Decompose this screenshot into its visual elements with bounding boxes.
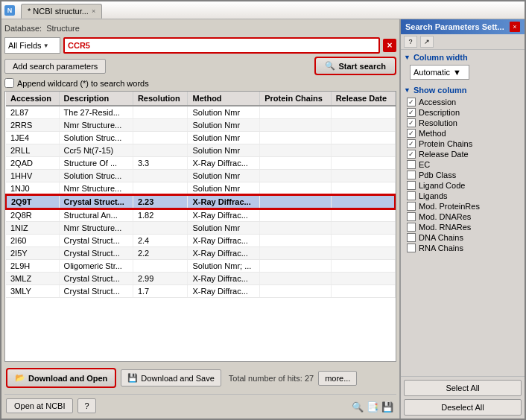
table-cell bbox=[260, 247, 331, 260]
help-btn[interactable]: ? bbox=[77, 398, 95, 413]
show-column-item[interactable]: Mod. ProteinRes bbox=[407, 202, 522, 211]
right-title-text: Search Parameters Sett... bbox=[405, 22, 504, 31]
column-width-select[interactable]: Automatic ▼ bbox=[410, 65, 469, 80]
table-row[interactable]: 1NIZNmr Structure...Solution Nmr bbox=[6, 222, 395, 235]
more-btn[interactable]: more... bbox=[318, 371, 357, 386]
column-checkbox[interactable] bbox=[407, 212, 416, 221]
table-row[interactable]: 1JE4Solution Struc...Solution Nmr bbox=[6, 132, 395, 144]
download-save-btn[interactable]: 💾 Download and Save bbox=[121, 369, 221, 386]
footer-icons: 🔍 📑 💾 bbox=[350, 399, 395, 414]
show-column-item[interactable]: ✓Release Date bbox=[407, 150, 522, 159]
results-table-container[interactable]: Accession Description Resolution Method … bbox=[4, 91, 396, 362]
show-column-section-header[interactable]: ▼ Show column bbox=[404, 86, 522, 95]
column-checkbox[interactable]: ✓ bbox=[407, 98, 416, 106]
column-checkbox[interactable]: ✓ bbox=[407, 118, 416, 127]
table-cell: 2RRS bbox=[6, 119, 59, 132]
table-cell bbox=[331, 170, 395, 182]
show-column-item[interactable]: ✓Accession bbox=[407, 98, 522, 106]
start-search-btn[interactable]: 🔍 Start search bbox=[314, 57, 396, 75]
column-width-section-header[interactable]: ▼ Column width bbox=[404, 53, 522, 62]
table-row[interactable]: 2I5YCrystal Struct...2.2X-Ray Diffrac... bbox=[6, 247, 395, 260]
start-search-icon: 🔍 bbox=[325, 61, 335, 71]
table-row[interactable]: 2RLLCcr5 Nt(7-15)Solution Nmr bbox=[6, 144, 395, 157]
column-label: Ligands bbox=[419, 191, 448, 200]
table-cell: 3MLY bbox=[6, 285, 59, 298]
show-column-item[interactable]: Ligand Code bbox=[407, 181, 522, 190]
show-column-item[interactable]: RNA Chains bbox=[407, 244, 522, 252]
table-cell bbox=[331, 132, 395, 144]
search-footer-icon[interactable]: 🔍 bbox=[352, 401, 364, 413]
column-checkbox[interactable] bbox=[407, 223, 416, 232]
table-cell bbox=[260, 182, 331, 196]
table-cell: 1JE4 bbox=[6, 132, 59, 144]
show-column-item[interactable]: ✓Description bbox=[407, 108, 522, 117]
show-column-item[interactable]: Ligands bbox=[407, 191, 522, 200]
tab-bar: * NCBI structur... × bbox=[21, 1, 522, 19]
right-close-btn[interactable]: × bbox=[510, 22, 520, 32]
table-cell bbox=[260, 195, 331, 209]
show-column-item[interactable]: EC bbox=[407, 160, 522, 169]
column-checkbox[interactable] bbox=[407, 171, 416, 179]
download-save-icon: 💾 bbox=[127, 373, 138, 383]
wildcard-label: Append wildcard (*) to search words bbox=[17, 79, 149, 88]
table-row[interactable]: 3MLYCrystal Struct...1.7X-Ray Diffrac... bbox=[6, 285, 395, 298]
open-ncbi-btn[interactable]: Open at NCBI bbox=[6, 398, 73, 413]
column-label: Release Date bbox=[419, 150, 469, 159]
column-checkbox[interactable] bbox=[407, 202, 416, 211]
table-row[interactable]: 2Q9TCrystal Struct...2.23X-Ray Diffrac..… bbox=[6, 195, 395, 209]
right-pin-btn[interactable]: ↗ bbox=[420, 36, 434, 48]
wildcard-checkbox[interactable] bbox=[4, 78, 14, 88]
table-cell bbox=[260, 235, 331, 247]
column-checkbox[interactable] bbox=[407, 181, 416, 190]
select-all-btn[interactable]: Select All bbox=[404, 380, 522, 396]
column-checkbox[interactable]: ✓ bbox=[407, 129, 416, 138]
table-row[interactable]: 2L9HOligomeric Str...Solution Nmr; ... bbox=[6, 260, 395, 273]
table-cell bbox=[331, 195, 395, 209]
save-footer-icon[interactable]: 💾 bbox=[381, 401, 393, 413]
show-column-item[interactable]: Mod. DNARes bbox=[407, 212, 522, 221]
download-open-btn[interactable]: 📂 Download and Open bbox=[6, 368, 116, 388]
search-input[interactable] bbox=[63, 37, 380, 54]
column-checkbox[interactable] bbox=[407, 244, 416, 252]
add-params-btn[interactable]: Add search parameters bbox=[4, 59, 106, 74]
column-checkbox[interactable]: ✓ bbox=[407, 150, 416, 159]
table-row[interactable]: 2Q8RStructural An...1.82X-Ray Diffrac... bbox=[6, 209, 395, 222]
table-cell: Structure Of ... bbox=[59, 157, 133, 170]
show-column-item[interactable]: DNA Chains bbox=[407, 233, 522, 242]
table-cell bbox=[331, 260, 395, 273]
show-column-item[interactable]: ✓Resolution bbox=[407, 118, 522, 127]
show-column-item[interactable]: Mod. RNARes bbox=[407, 223, 522, 232]
show-column-item[interactable]: ✓Protein Chains bbox=[407, 139, 522, 148]
show-column-item[interactable]: ✓Method bbox=[407, 129, 522, 138]
table-cell: X-Ray Diffrac... bbox=[188, 157, 260, 170]
table-cell: X-Ray Diffrac... bbox=[188, 247, 260, 260]
column-checkbox[interactable] bbox=[407, 233, 416, 242]
table-row[interactable]: 3MLZCrystal Struct...2.99X-Ray Diffrac..… bbox=[6, 273, 395, 285]
column-checkbox[interactable] bbox=[407, 160, 416, 169]
show-column-item[interactable]: Pdb Class bbox=[407, 171, 522, 179]
table-cell bbox=[331, 285, 395, 298]
table-row[interactable]: 2L87The 27-Resid...Solution Nmr bbox=[6, 106, 395, 119]
bookmark-footer-icon[interactable]: 📑 bbox=[367, 401, 378, 413]
table-cell bbox=[260, 285, 331, 298]
table-row[interactable]: 2QADStructure Of ...3.3X-Ray Diffrac... bbox=[6, 157, 395, 170]
right-help-btn[interactable]: ? bbox=[404, 36, 417, 48]
table-cell: Solution Nmr bbox=[188, 119, 260, 132]
table-cell: Solution Struc... bbox=[59, 132, 133, 144]
table-cell: 2Q8R bbox=[6, 209, 59, 222]
table-row[interactable]: 1NJ0Nmr Structure...Solution Nmr bbox=[6, 182, 395, 196]
table-row[interactable]: 2RRSNmr Structure...Solution Nmr bbox=[6, 119, 395, 132]
download-save-label: Download and Save bbox=[141, 374, 214, 383]
table-cell: 2.23 bbox=[133, 195, 188, 209]
table-row[interactable]: 1HHVSolution Struc...Solution Nmr bbox=[6, 170, 395, 182]
table-row[interactable]: 2I60Crystal Struct...2.4X-Ray Diffrac... bbox=[6, 235, 395, 247]
deselect-all-btn[interactable]: Deselect All bbox=[404, 399, 522, 416]
field-select[interactable]: All Fields ▼ bbox=[4, 37, 60, 54]
clear-search-btn[interactable]: × bbox=[383, 39, 396, 52]
column-checkbox[interactable]: ✓ bbox=[407, 139, 416, 148]
table-cell: 1.7 bbox=[133, 285, 188, 298]
column-checkbox[interactable]: ✓ bbox=[407, 108, 416, 117]
tab-close-btn[interactable]: × bbox=[92, 7, 95, 15]
main-tab[interactable]: * NCBI structur... × bbox=[21, 4, 102, 19]
column-checkbox[interactable] bbox=[407, 191, 416, 200]
